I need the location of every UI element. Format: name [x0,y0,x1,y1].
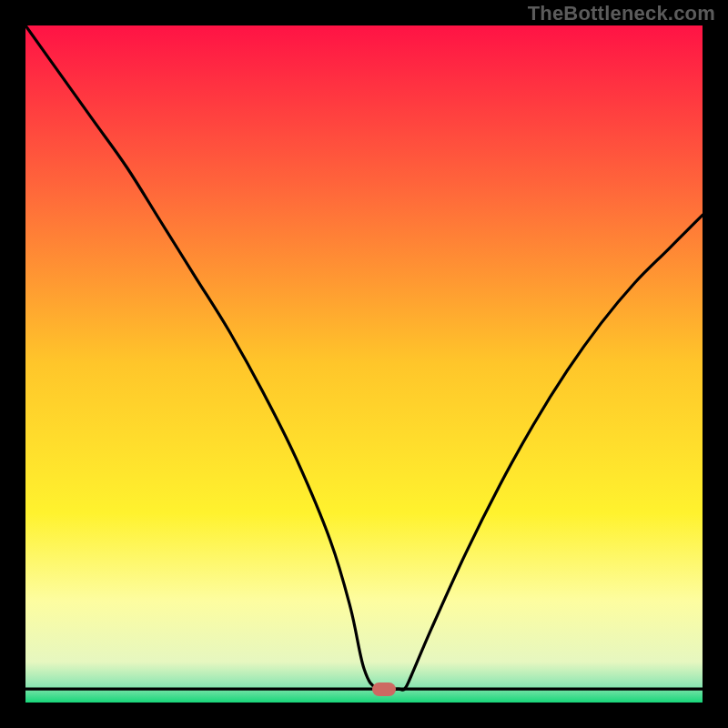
plot-area [25,25,703,703]
optimal-point-marker [372,682,396,696]
watermark-text: TheBottleneck.com [528,2,715,25]
bottleneck-curve [25,25,703,703]
chart-frame: TheBottleneck.com [0,0,728,728]
